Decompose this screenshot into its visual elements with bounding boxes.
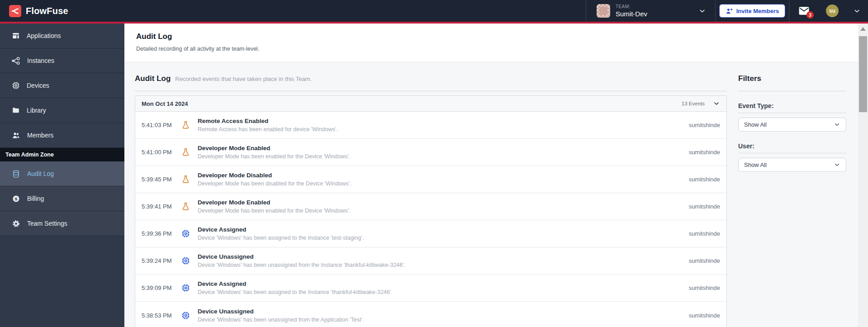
- events-count: 13 Events: [682, 101, 705, 106]
- invite-members-label: Invite Members: [736, 8, 779, 14]
- audit-event-row: 5:38:53 PM Device Unassigned Device 'Win…: [135, 302, 726, 327]
- members-icon: [12, 131, 20, 140]
- sidebar-item-label: Applications: [27, 32, 61, 39]
- team-selector[interactable]: TEAM: Sumit-Dev: [586, 0, 715, 22]
- event-description: Developer Mode has been enabled for the …: [198, 153, 351, 160]
- filters-title: Filters: [738, 74, 761, 83]
- sidebar-spacer: [0, 236, 124, 327]
- invite-members-button[interactable]: Invite Members: [719, 4, 786, 18]
- audit-log-icon: [12, 170, 20, 178]
- instances-icon: [12, 57, 20, 65]
- event-user: sumitshinde: [689, 257, 720, 264]
- event-description: Remote Access has been enabled for devic…: [198, 126, 338, 133]
- chevron-down-icon: [698, 7, 706, 15]
- event-title: Remote Access Enabled: [198, 118, 338, 124]
- collapse-chevron-down-icon[interactable]: [713, 100, 720, 107]
- audit-event-row: 5:41:03 PM Remote Access Enabled Remote …: [135, 112, 726, 139]
- event-user: sumitshinde: [689, 122, 720, 128]
- event-title: Device Assigned: [198, 226, 364, 233]
- audit-event-row: 5:39:09 PM Device Assigned Device 'Windo…: [135, 275, 726, 302]
- team-identicon: [597, 4, 610, 18]
- sidebar-item-instances[interactable]: Instances: [0, 48, 124, 73]
- event-time: 5:41:03 PM: [142, 122, 181, 128]
- brand-name: FlowFuse: [26, 6, 68, 16]
- event-description: Device 'Windows' has been unassigned fro…: [198, 317, 364, 323]
- event-description: Device 'Windows' has been assigned to th…: [198, 235, 364, 241]
- event-time: 5:38:53 PM: [142, 312, 181, 319]
- sidebar-item-billing[interactable]: $ Billing: [0, 186, 124, 211]
- sidebar-item-devices[interactable]: Devices: [0, 73, 124, 98]
- event-description: Developer Mode has been enabled for the …: [198, 208, 351, 214]
- audit-event-row: 5:39:24 PM Device Unassigned Device 'Win…: [135, 247, 726, 275]
- sidebar-item-label: Audit Log: [27, 170, 54, 177]
- event-description: Device 'Windows' has been assigned to th…: [198, 289, 393, 295]
- event-title: Developer Mode Disabled: [198, 172, 351, 179]
- team-admin-zone-label: Team Admin Zone: [0, 148, 124, 161]
- sidebar-item-applications[interactable]: Applications: [0, 24, 124, 48]
- event-time: 5:39:24 PM: [142, 257, 181, 264]
- audit-log-table: Mon Oct 14 2024 13 Events 5:41:03 PM: [135, 95, 727, 327]
- event-user: sumitshinde: [689, 312, 720, 319]
- sidebar-item-label: Library: [27, 107, 46, 114]
- event-time: 5:39:09 PM: [142, 284, 181, 291]
- event-user: sumitshinde: [689, 176, 720, 183]
- gear-icon: [12, 219, 20, 228]
- event-user: sumitshinde: [689, 203, 720, 210]
- user-menu-chevron-down-icon[interactable]: [853, 7, 861, 15]
- event-type-label: Event Type:: [738, 102, 846, 113]
- notifications-button[interactable]: 3: [798, 6, 810, 15]
- sidebar: Applications Instances: [0, 24, 124, 327]
- page-subtitle: Detailed recording of all activity at th…: [136, 46, 858, 52]
- sidebar-item-label: Instances: [27, 57, 54, 64]
- scroll-up-arrow-icon[interactable]: [860, 27, 866, 31]
- team-kicker-label: TEAM:: [616, 4, 647, 9]
- sidebar-item-library[interactable]: Library: [0, 98, 124, 123]
- svg-text:$: $: [15, 196, 18, 201]
- chevron-down-icon: [834, 121, 840, 128]
- user-filter-label: User:: [738, 142, 846, 153]
- applications-icon: [12, 32, 20, 40]
- event-title: Developer Mode Enabled: [198, 199, 351, 206]
- sidebar-item-audit-log[interactable]: Audit Log: [0, 161, 124, 186]
- sidebar-item-label: Members: [27, 132, 53, 139]
- date-label: Mon Oct 14 2024: [142, 100, 188, 107]
- flask-icon: [181, 175, 192, 184]
- event-user: sumitshinde: [689, 149, 720, 156]
- event-time: 5:41:00 PM: [142, 149, 181, 156]
- library-icon: [12, 106, 20, 114]
- notification-badge: 3: [806, 11, 814, 19]
- flask-icon: [181, 202, 192, 211]
- user-avatar[interactable]: su: [826, 5, 839, 17]
- section-title: Audit Log: [135, 74, 171, 83]
- sidebar-item-label: Billing: [27, 195, 44, 202]
- team-name: Sumit-Dev: [616, 10, 647, 18]
- page-header: Audit Log Detailed recording of all acti…: [124, 24, 858, 62]
- scrollbar-thumb[interactable]: [859, 36, 867, 112]
- sidebar-item-team-settings[interactable]: Team Settings: [0, 211, 124, 236]
- event-title: Developer Mode Enabled: [198, 145, 351, 152]
- devices-icon: [12, 81, 20, 90]
- chevron-down-icon: [834, 161, 840, 168]
- audit-event-row: 5:39:36 PM Device Assigned Device 'Windo…: [135, 220, 726, 247]
- chip-icon: [181, 284, 192, 292]
- event-user: sumitshinde: [689, 230, 720, 237]
- sidebar-item-label: Devices: [27, 82, 49, 89]
- event-time: 5:39:36 PM: [142, 230, 181, 237]
- flask-icon: [181, 121, 192, 129]
- event-user: sumitshinde: [689, 284, 720, 291]
- event-title: Device Unassigned: [198, 308, 364, 315]
- section-subtitle: Recorded events that have taken place in…: [175, 76, 312, 82]
- audit-event-row: 5:41:00 PM Developer Mode Enabled Develo…: [135, 139, 726, 166]
- main-content: Audit Log Detailed recording of all acti…: [124, 24, 858, 327]
- flowfuse-logo[interactable]: FlowFuse: [0, 5, 68, 17]
- chip-icon: [181, 229, 192, 238]
- date-group-header: Mon Oct 14 2024 13 Events: [135, 96, 726, 112]
- top-navbar: FlowFuse TEAM: Sumit-Dev: [0, 0, 868, 22]
- vertical-scrollbar[interactable]: [858, 24, 868, 327]
- event-title: Device Assigned: [198, 280, 393, 287]
- flowfuse-fork-icon: [9, 5, 21, 17]
- event-type-select[interactable]: Show All: [738, 118, 846, 132]
- user-filter-select[interactable]: Show All: [738, 158, 846, 172]
- audit-event-row: 5:39:41 PM Developer Mode Enabled Develo…: [135, 193, 726, 220]
- sidebar-item-members[interactable]: Members: [0, 123, 124, 148]
